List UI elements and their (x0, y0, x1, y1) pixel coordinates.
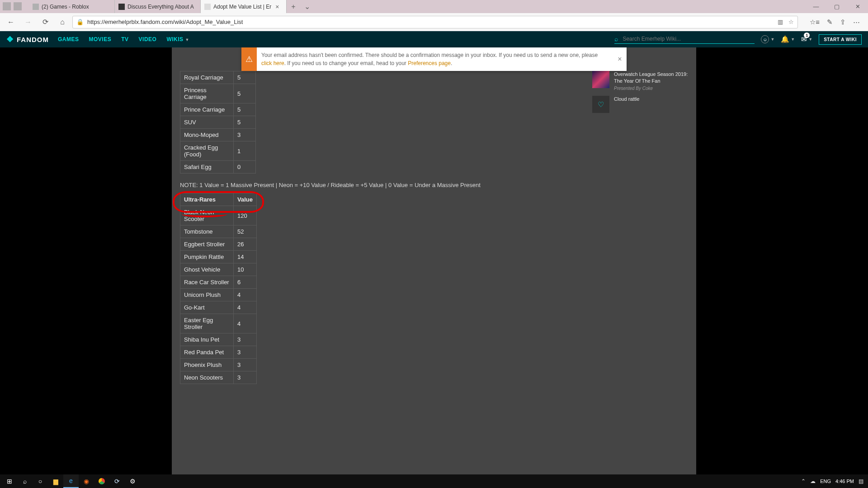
windows-taskbar: ⊞ ⌕ ○ ▆ e ◉ ⟳ ⚙ ⌃ ☁ ENG 4:46 PM ▤ (0, 474, 868, 488)
table-row: Black Neon Scooter120 (180, 206, 257, 225)
onedrive-icon[interactable]: ☁ (810, 478, 816, 484)
search-box[interactable]: ⌕ (614, 35, 755, 44)
bell-icon: 🔔 (781, 35, 789, 43)
email-confirm-banner: ⚠ Your email address hasn't been confirm… (241, 47, 627, 71)
table-row: Phoenix Plush3 (180, 359, 257, 371)
table-row: Eggbert Stroller26 (180, 238, 257, 251)
search-button[interactable]: ⌕ (17, 474, 33, 488)
share-icon[interactable]: ⇪ (840, 18, 846, 26)
tray-chevron-icon[interactable]: ⌃ (801, 478, 806, 484)
origin-icon[interactable]: ◉ (79, 474, 94, 488)
item-name: Phoenix Plush (180, 359, 234, 371)
nav-video[interactable]: VIDEO (139, 36, 157, 42)
item-name: Pumpkin Rattle (180, 251, 234, 263)
table-row: SUV5 (180, 116, 256, 129)
notes-icon[interactable]: ✎ (827, 18, 833, 26)
maximize-button[interactable]: ▢ (826, 0, 847, 13)
item-name: Ghost Vehicle (180, 263, 234, 276)
card-title: Overwatch League Season 2019: The Year O… (614, 71, 688, 84)
fandom-wordmark: FANDOM (17, 36, 49, 43)
close-button[interactable]: ✕ (847, 0, 868, 13)
tabs-overflow-button[interactable]: ⌄ (300, 0, 314, 13)
chrome-icon[interactable] (94, 474, 109, 488)
settings-icon[interactable]: ⚙ (125, 474, 140, 488)
item-value: 14 (234, 251, 257, 263)
chevron-down-icon: ▼ (185, 38, 189, 42)
edge-icon[interactable]: e (63, 474, 79, 488)
back-button[interactable]: ← (4, 15, 18, 29)
flame-icon: ❖ (6, 34, 14, 44)
tab-roblox[interactable]: (2) Games - Roblox (29, 0, 115, 13)
tab-adoptme-active[interactable]: Adopt Me Value List | Er × (201, 0, 287, 13)
banner-text: Your email address hasn't been confirmed… (257, 47, 613, 71)
fandom-nav: GAMES MOVIES TV VIDEO WIKIS ▼ (58, 36, 189, 42)
page-viewport[interactable]: Royal Carriage5Princess Carriage5Prince … (0, 47, 868, 474)
item-name: Safari Egg (180, 161, 234, 174)
item-name: Shiba Inu Pet (180, 333, 234, 346)
nav-wikis[interactable]: WIKIS ▼ (166, 36, 189, 42)
wiki-article: Royal Carriage5Princess Carriage5Prince … (172, 47, 696, 474)
banner-close-button[interactable]: × (613, 47, 627, 71)
thumb-image (592, 96, 609, 113)
item-name: SUV (180, 116, 234, 129)
new-tab-button[interactable]: + (287, 0, 300, 13)
item-value: 5 (234, 116, 256, 129)
reading-view-icon[interactable]: ▥ (778, 19, 783, 25)
user-icon: ☺ (761, 35, 769, 43)
nav-movies[interactable]: MOVIES (89, 36, 112, 42)
sidebar-card-overwatch[interactable]: Overwatch League Season 2019: The Year O… (592, 71, 688, 91)
banner-click-here-link[interactable]: click here (261, 60, 284, 66)
item-name: Princess Carriage (180, 84, 234, 103)
search-input[interactable] (623, 36, 755, 42)
forward-button[interactable]: → (21, 15, 35, 29)
refresh-button[interactable]: ⟳ (38, 15, 52, 29)
item-name: Eggbert Stroller (180, 238, 234, 251)
table-row: Royal Carriage5 (180, 71, 256, 84)
item-name: Tombstone (180, 225, 234, 238)
window-controls: — ▢ ✕ (806, 0, 868, 13)
cortana-button[interactable]: ○ (33, 474, 48, 488)
banner-preferences-link[interactable]: Preferences page (408, 60, 451, 66)
item-name: Easter Egg Stroller (180, 314, 234, 333)
item-name: Go-Kart (180, 301, 234, 314)
item-name: Black Neon Scooter (180, 206, 234, 225)
language-indicator[interactable]: ENG (820, 479, 831, 484)
start-wiki-button[interactable]: START A WIKI (819, 34, 862, 45)
user-menu[interactable]: ☺ ▼ (761, 35, 774, 43)
toolbar-extras: ☆≡ ✎ ⇪ ⋯ (805, 18, 864, 26)
table-row: Tombstone52 (180, 225, 257, 238)
action-center-icon[interactable]: ▤ (859, 478, 863, 484)
rares-table-partial: Royal Carriage5Princess Carriage5Prince … (180, 71, 256, 174)
home-button[interactable]: ⌂ (55, 15, 70, 29)
more-icon[interactable]: ⋯ (853, 18, 860, 26)
minimize-button[interactable]: — (806, 0, 826, 13)
table-row: Easter Egg Stroller4 (180, 314, 257, 333)
table-row: Princess Carriage5 (180, 84, 256, 103)
item-value: 52 (234, 225, 257, 238)
system-tray: ⌃ ☁ ENG 4:46 PM ▤ (801, 478, 866, 484)
clock[interactable]: 4:46 PM (835, 479, 854, 484)
browser-tab-strip: (2) Games - Roblox Discuss Everything Ab… (0, 0, 868, 13)
nav-tv[interactable]: TV (121, 36, 128, 42)
close-icon[interactable]: × (274, 4, 280, 10)
sidebar-card-cloud-rattle[interactable]: Cloud rattle (592, 96, 688, 113)
item-value: 5 (234, 84, 256, 103)
file-explorer-icon[interactable]: ▆ (48, 474, 63, 488)
start-button[interactable]: ⊞ (2, 474, 17, 488)
favorites-icon[interactable]: ☆≡ (810, 18, 820, 26)
favorite-icon[interactable]: ☆ (788, 19, 794, 25)
messages-menu[interactable]: ✉ 1 ▼ (801, 35, 812, 43)
value-note: NOTE: 1 Value = 1 Massive Present | Neon… (180, 182, 583, 188)
item-name: Race Car Stroller (180, 276, 234, 289)
ultra-rares-table: Ultra-RaresValueBlack Neon Scooter120Tom… (180, 193, 257, 384)
thumb-image (592, 71, 609, 88)
steam-icon[interactable]: ⟳ (109, 474, 125, 488)
notifications-menu[interactable]: 🔔 ▼ (781, 35, 795, 43)
tab-discuss[interactable]: Discuss Everything About A (115, 0, 201, 13)
warning-icon: ⚠ (241, 47, 257, 71)
fandom-logo[interactable]: ❖ FANDOM (6, 34, 49, 44)
item-value: 4 (234, 314, 257, 333)
nav-games[interactable]: GAMES (58, 36, 79, 42)
address-bar[interactable]: 🔒 https://emerhelprblx.fandom.com/wiki/A… (72, 16, 798, 28)
item-value: 120 (234, 206, 257, 225)
